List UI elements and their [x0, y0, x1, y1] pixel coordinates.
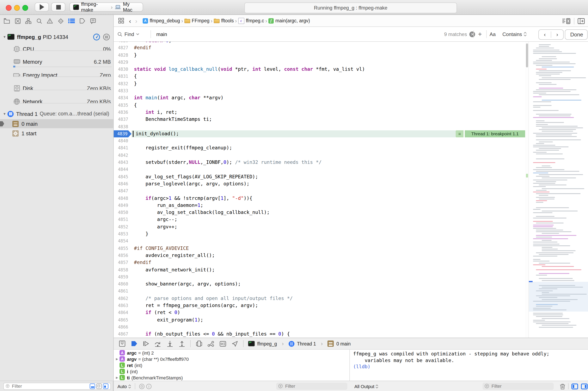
- debug-memory-graph-button[interactable]: [207, 340, 215, 347]
- console-output-scope-selector[interactable]: All Output: [354, 381, 378, 391]
- code-line[interactable]: 4833: [113, 87, 525, 95]
- gauge-row-energy[interactable]: Energy Impact Zero: [0, 70, 113, 80]
- breadcrumb-file[interactable]: c ffmpeg.c: [238, 18, 264, 24]
- code-line[interactable]: 4849 run_as_daemon=1;: [113, 202, 525, 209]
- match-style-selector[interactable]: Contains: [502, 27, 527, 41]
- adjust-editor-options-icon[interactable]: [562, 18, 571, 24]
- find-query[interactable]: main: [156, 27, 167, 41]
- filter-input[interactable]: [284, 383, 345, 389]
- project-navigator-icon[interactable]: [3, 17, 10, 24]
- editor-scrollbar[interactable]: [525, 42, 528, 338]
- run-button[interactable]: [35, 2, 49, 11]
- code-line[interactable]: 4836 int i, ret;: [113, 109, 525, 116]
- code-line[interactable]: 4832}: [113, 80, 525, 88]
- hide-debug-area-button[interactable]: [118, 340, 126, 347]
- disclosure-triangle[interactable]: ▶: [115, 357, 120, 361]
- variables-filter-field[interactable]: [276, 383, 347, 390]
- close-window-button[interactable]: [6, 5, 11, 11]
- disclosure-triangle[interactable]: ▼: [2, 112, 7, 116]
- thread-row[interactable]: ▼ Thread 1 Queue: com.a…thread (serial): [0, 109, 113, 118]
- code-line[interactable]: 4858 avformat_network_init();: [113, 266, 525, 274]
- code-line[interactable]: 4839init_dynload();≡Thread 1: breakpoint…: [113, 130, 525, 138]
- code-line[interactable]: 4827#endif: [113, 44, 525, 52]
- zoom-window-button[interactable]: [22, 5, 28, 11]
- related-items-icon[interactable]: [117, 17, 125, 24]
- breadcrumb-project[interactable]: A ffmpeg_debug: [143, 18, 180, 23]
- code-line[interactable]: 4850 av_log_set_callback(log_callback_nu…: [113, 209, 525, 216]
- stack-frame-row-start[interactable]: 1 start: [0, 129, 113, 138]
- threads-view-icon[interactable]: [103, 33, 110, 41]
- disclosure-triangle[interactable]: ▶: [115, 376, 120, 379]
- code-line[interactable]: 4838: [113, 123, 525, 130]
- code-line[interactable]: 4862 /* parse options and open all input…: [113, 295, 525, 302]
- disclosure-triangle[interactable]: ▼: [2, 35, 7, 39]
- debugbar-frame[interactable]: 0 main: [336, 341, 351, 346]
- debugbar-thread[interactable]: Thread 1: [297, 341, 316, 346]
- code-line[interactable]: 4845 av_log_set_flags(AV_LOG_SKIP_REPEAT…: [113, 173, 525, 180]
- stop-button[interactable]: [51, 2, 65, 11]
- breadcrumb-symbol[interactable]: f main(argc, argv): [268, 18, 310, 23]
- toggle-console-view-icon[interactable]: [581, 383, 588, 389]
- clear-console-icon[interactable]: [560, 383, 565, 389]
- scope-flagged-icon[interactable]: [96, 383, 102, 389]
- code-line[interactable]: 4855#if CONFIG_AVDEVICE: [113, 245, 525, 252]
- code-line[interactable]: 4856 avdevice_register_all();: [113, 252, 525, 259]
- code-line[interactable]: 4864 if (ret < 0): [113, 309, 525, 316]
- code-line[interactable]: 4830static void log_callback_null(void *…: [113, 66, 525, 73]
- simulate-location-button[interactable]: [231, 340, 239, 347]
- code-line[interactable]: 4861: [113, 288, 525, 295]
- code-line[interactable]: 4853 }: [113, 230, 525, 238]
- code-line[interactable]: 4835{: [113, 101, 525, 109]
- code-line[interactable]: 4866: [113, 324, 525, 331]
- filter-input[interactable]: [11, 383, 87, 389]
- add-editor-icon[interactable]: [578, 18, 585, 24]
- scope-running-icon[interactable]: [90, 383, 95, 389]
- code-line[interactable]: 4842: [113, 152, 525, 159]
- gauge-row-network[interactable]: Network Zero KB/s: [0, 97, 113, 106]
- breakpoint-menu-icon[interactable]: ≡: [456, 130, 463, 138]
- code-line[interactable]: 4854: [113, 238, 525, 245]
- test-navigator-icon[interactable]: [57, 17, 64, 24]
- go-forward-button[interactable]: ›: [133, 17, 139, 24]
- step-into-button[interactable]: [166, 340, 174, 347]
- gauge-row-cpu[interactable]: CPU 0%: [0, 44, 113, 53]
- code-line[interactable]: 4843 setvbuf(stderr,NULL,_IONBF,0); /* w…: [113, 159, 525, 166]
- debug-navigator-icon[interactable]: [68, 17, 75, 24]
- step-over-button[interactable]: [154, 340, 162, 347]
- code-line[interactable]: 4852 argv++;: [113, 223, 525, 230]
- issue-navigator-icon[interactable]: [46, 17, 53, 24]
- scheme-selector[interactable]: ffmpeg-make › My Mac: [70, 2, 143, 11]
- case-sensitivity-toggle[interactable]: Aa: [490, 27, 496, 41]
- variables-scope-selector[interactable]: Auto: [117, 381, 151, 391]
- stack-frame-row-main[interactable]: 0 main: [0, 119, 113, 128]
- debugbar-process[interactable]: ffmpeg_g: [257, 341, 277, 346]
- variable-row[interactable]: ▶Lti(BenchmarkTimeStamps): [113, 375, 349, 381]
- variable-row[interactable]: ▶Aargv= (char **) 0x7ffeefbff970: [113, 356, 349, 362]
- code-line[interactable]: 4846 parse_loglevel(argc, argv, options)…: [113, 180, 525, 188]
- go-back-button[interactable]: ‹: [127, 17, 133, 24]
- code-line[interactable]: 4863 ret = ffmpeg_parse_options(argc, ar…: [113, 302, 525, 309]
- debug-view-hierarchy-button[interactable]: [195, 340, 203, 347]
- step-out-button[interactable]: [178, 340, 186, 347]
- source-control-navigator-icon[interactable]: [14, 17, 21, 24]
- breadcrumb-group-fftools[interactable]: fftools: [214, 18, 234, 23]
- clear-search-icon[interactable]: ✕: [470, 31, 475, 37]
- breakpoint-line-badge[interactable]: 4839: [113, 130, 132, 138]
- code-line[interactable]: 4840: [113, 137, 525, 145]
- process-row[interactable]: ▼ ffmpeg_g PID 14334: [0, 32, 113, 41]
- console-filter-field[interactable]: [483, 383, 554, 390]
- find-next-button[interactable]: ›: [551, 31, 563, 38]
- code-line[interactable]: 4837 BenchmarkTimeStamps ti;: [113, 116, 525, 123]
- code-line[interactable]: 4860 show_banner(argc, argv, options);: [113, 281, 525, 288]
- minimap[interactable]: [528, 42, 588, 338]
- variable-row[interactable]: Lret(int): [113, 362, 349, 368]
- navigator-filter-field[interactable]: [3, 383, 111, 390]
- scope-recent-icon[interactable]: [103, 383, 108, 389]
- variable-row[interactable]: Aargc= (int) 2: [113, 350, 349, 356]
- code-line[interactable]: 4847: [113, 188, 525, 195]
- code-line[interactable]: 4859: [113, 274, 525, 281]
- variables-view[interactable]: Aargc= (int) 2▶Aargv= (char **) 0x7ffeef…: [113, 350, 349, 381]
- code-line[interactable]: 4826 return 0;: [113, 42, 525, 44]
- code-line[interactable]: 4848 if(argc>1 && !strcmp(argv[1], "-d")…: [113, 195, 525, 202]
- code-line[interactable]: 4844: [113, 166, 525, 173]
